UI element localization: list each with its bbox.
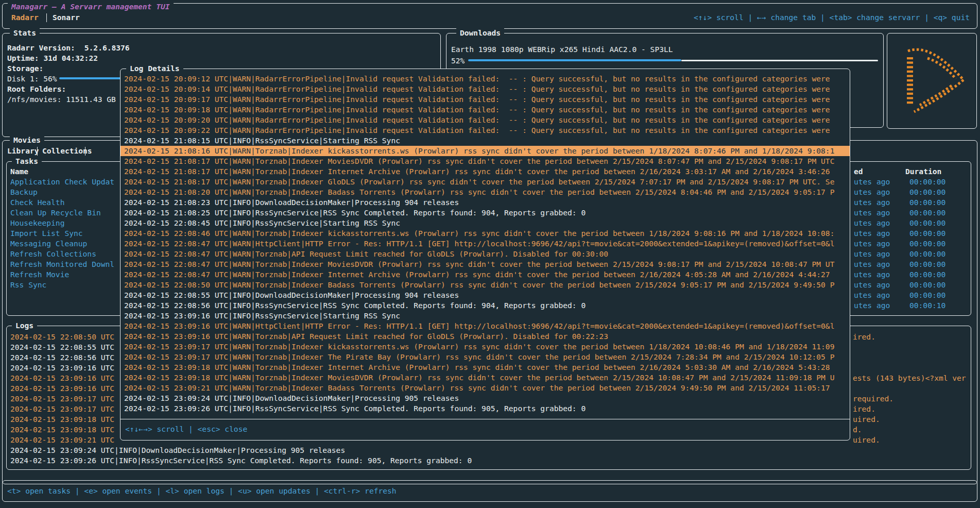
- log-detail-line[interactable]: 2024-02-15 20:09:18 UTC|WARN|RadarrError…: [124, 105, 830, 115]
- log-row[interactable]: 2024-02-15 23:09:16 UTC: [10, 373, 114, 383]
- root-folder-value: /nfs/movies: 11511.43 GB: [7, 94, 116, 105]
- task-row-times[interactable]: utes ago00:00:00: [854, 280, 890, 290]
- log-detail-line[interactable]: 2024-02-15 23:09:21 UTC|WARN|Torznab|Ind…: [124, 383, 830, 393]
- task-row[interactable]: Refresh Movie: [10, 269, 69, 280]
- task-row-times[interactable]: utes ago00:00:00: [854, 269, 890, 280]
- task-row-times[interactable]: utes ago00:00:00: [854, 228, 890, 239]
- task-row[interactable]: Messaging Cleanup: [10, 239, 87, 249]
- task-row[interactable]: Backup: [10, 187, 38, 197]
- task-last-execution: utes ago: [854, 270, 890, 279]
- log-row[interactable]: 2024-02-15 22:08:56 UTC: [10, 352, 114, 363]
- log-detail-line[interactable]: 2024-02-15 20:09:20 UTC|WARN|RadarrError…: [124, 115, 830, 125]
- log-detail-line[interactable]: 2024-02-15 21:08:15 UTC|INFO|RssSyncServ…: [124, 136, 400, 146]
- task-last-execution: utes ago: [854, 291, 890, 299]
- log-row[interactable]: 2024-02-15 23:09:21 UTC: [10, 435, 114, 445]
- download-item-name[interactable]: Earth 1998 1080p WEBRip x265 Hindi AAC2.…: [451, 44, 673, 55]
- log-detail-line[interactable]: 2024-02-15 23:09:17 UTC|WARN|Torznab|Ind…: [124, 352, 834, 362]
- log-detail-line[interactable]: 2024-02-15 21:08:23 UTC|INFO|DownloadDec…: [124, 197, 459, 208]
- task-duration: 00:00:00: [909, 208, 945, 218]
- task-duration: 00:00:00: [909, 269, 945, 280]
- movies-title: Movies: [10, 135, 44, 145]
- log-detail-line[interactable]: 2024-02-15 22:08:50 UTC|WARN|Torznab|Ind…: [124, 280, 834, 290]
- task-row-times[interactable]: utes ago00:00:00: [854, 249, 890, 259]
- log-detail-line[interactable]: 2024-02-15 21:08:25 UTC|INFO|RssSyncServ…: [124, 208, 586, 218]
- log-row[interactable]: 2024-02-15 23:09:17 UTC: [10, 404, 114, 414]
- stats-version-label: Radarr Version:: [7, 43, 75, 52]
- task-last-execution: utes ago: [854, 301, 890, 310]
- log-detail-line[interactable]: 2024-02-15 20:09:17 UTC|WARN|RadarrError…: [124, 94, 830, 105]
- task-last-execution: utes ago: [854, 188, 890, 196]
- task-row[interactable]: Rss Sync: [10, 280, 46, 290]
- log-detail-line[interactable]: 2024-02-15 21:08:17 UTC|WARN|Torznab|Ind…: [124, 156, 834, 166]
- task-duration: 00:00:00: [909, 187, 945, 197]
- log-detail-line[interactable]: 2024-02-15 23:09:24 UTC|INFO|DownloadDec…: [124, 393, 459, 403]
- header-keybind-help: <↑↓> scroll | ←→ change tab | <tab> chan…: [694, 12, 970, 23]
- task-last-execution: utes ago: [854, 260, 890, 268]
- tab-library[interactable]: Library: [7, 146, 39, 156]
- log-detail-line[interactable]: 2024-02-15 20:09:12 UTC|WARN|RadarrError…: [124, 74, 830, 84]
- log-detail-line[interactable]: 2024-02-15 23:09:26 UTC|INFO|RssSyncServ…: [124, 403, 586, 414]
- task-duration: 00:00:00: [909, 259, 945, 269]
- task-row-times[interactable]: utes ago00:00:00: [854, 218, 890, 228]
- log-detail-line[interactable]: 2024-02-15 23:09:18 UTC|WARN|Torznab|Ind…: [124, 362, 830, 372]
- log-row[interactable]: 2024-02-15 22:08:50 UTC: [10, 332, 114, 342]
- task-row-times[interactable]: utes ago00:00:00: [854, 290, 890, 300]
- log-detail-line[interactable]: 2024-02-15 22:08:47 UTC|WARN|Torznab|API…: [124, 249, 608, 259]
- task-duration: 00:00:00: [909, 290, 945, 300]
- task-row-times[interactable]: utes ago00:00:00: [854, 208, 890, 218]
- log-details-title: Log Details: [126, 63, 183, 74]
- log-detail-line[interactable]: 2024-02-15 20:09:22 UTC|WARN|RadarrError…: [124, 125, 830, 136]
- log-detail-line[interactable]: 2024-02-15 23:09:18 UTC|WARN|Torznab|Ind…: [124, 372, 834, 383]
- log-detail-line[interactable]: 2024-02-15 23:09:17 UTC|WARN|Torznab|Ind…: [124, 342, 834, 352]
- stats-uptime-label: Uptime:: [7, 54, 39, 62]
- task-row[interactable]: Clean Up Recycle Bin: [10, 208, 101, 218]
- task-last-execution: utes ago: [854, 280, 890, 289]
- log-details-modal: 2024-02-15 20:09:12 UTC|WARN|RadarrError…: [120, 69, 850, 441]
- log-row[interactable]: 2024-02-15 23:09:24 UTC|INFO|DownloadDec…: [10, 445, 345, 455]
- log-row[interactable]: 2024-02-15 23:09:18 UTC: [10, 414, 114, 425]
- task-duration: 00:00:00: [909, 239, 945, 249]
- log-detail-line[interactable]: 2024-02-15 22:08:47 UTC|WARN|Torznab|Ind…: [124, 269, 830, 280]
- log-row[interactable]: 2024-02-15 23:09:26 UTC|INFO|RssSyncServ…: [10, 455, 472, 466]
- log-detail-line[interactable]: 2024-02-15 23:09:16 UTC|INFO|RssSyncServ…: [124, 311, 400, 321]
- log-detail-line[interactable]: 2024-02-15 22:08:55 UTC|INFO|DownloadDec…: [124, 290, 459, 300]
- task-row[interactable]: Refresh Monitored Downl: [10, 259, 114, 269]
- task-row-times[interactable]: utes ago00:00:00: [854, 187, 890, 197]
- log-detail-line[interactable]: 2024-02-15 23:09:16 UTC|WARN|Torznab|API…: [124, 331, 608, 342]
- log-detail-line[interactable]: 2024-02-15 22:08:47 UTC|WARN|Torznab|Ind…: [124, 259, 834, 269]
- log-row[interactable]: 2024-02-15 22:08:55 UTC: [10, 342, 114, 352]
- stats-uptime-value: 31d 04:32:22: [44, 54, 98, 62]
- log-detail-line[interactable]: 2024-02-15 21:08:17 UTC|WARN|Torznab|Ind…: [124, 177, 834, 187]
- modal-keybind-help: <↑↓←→> scroll | <esc> close: [125, 424, 247, 434]
- task-row[interactable]: Application Check Updat: [10, 177, 114, 187]
- log-detail-line[interactable]: 2024-02-15 22:08:56 UTC|INFO|RssSyncServ…: [124, 300, 586, 311]
- log-detail-line[interactable]: 2024-02-15 22:08:47 UTC|WARN|HttpClient|…: [124, 239, 834, 249]
- log-detail-line[interactable]: 2024-02-15 23:09:16 UTC|WARN|HttpClient|…: [124, 321, 834, 331]
- task-row-times[interactable]: utes ago00:00:00: [854, 259, 890, 269]
- log-detail-line-selected[interactable]: 2024-02-15 21:08:16 UTC|WARN|Torznab|Ind…: [121, 146, 850, 156]
- log-detail-line[interactable]: 2024-02-15 22:08:45 UTC|INFO|RssSyncServ…: [124, 218, 400, 228]
- log-row[interactable]: 2024-02-15 23:09:17 UTC: [10, 394, 114, 404]
- task-row[interactable]: Housekeeping: [10, 218, 64, 228]
- log-row[interactable]: 2024-02-15 23:09:16 UTC: [10, 363, 114, 373]
- task-duration: 00:00:00: [909, 177, 945, 187]
- log-row[interactable]: 2024-02-15 23:09:16 UTC: [10, 383, 114, 394]
- task-row-times[interactable]: utes ago00:00:00: [854, 177, 890, 187]
- tab-sonarr[interactable]: Sonarr: [53, 12, 80, 23]
- log-detail-line[interactable]: 2024-02-15 21:08:20 UTC|WARN|Torznab|Ind…: [124, 187, 834, 197]
- task-row[interactable]: Refresh Collections: [10, 249, 96, 259]
- task-row[interactable]: Import List Sync: [10, 228, 83, 239]
- tasks-duration-header: Duration: [905, 166, 941, 177]
- task-row-times[interactable]: utes ago00:00:10: [854, 300, 890, 311]
- task-row-times[interactable]: utes ago00:00:00: [854, 239, 890, 249]
- log-row[interactable]: 2024-02-15 23:09:18 UTC: [10, 425, 114, 435]
- modal-footer-separator: [121, 419, 850, 419]
- log-detail-line[interactable]: 2024-02-15 21:08:17 UTC|WARN|Torznab|Ind…: [124, 166, 830, 177]
- tab-radarr[interactable]: Radarr: [11, 12, 39, 23]
- movies-tab-separator-2: [85, 147, 85, 156]
- log-detail-line[interactable]: 2024-02-15 22:08:46 UTC|WARN|Torznab|Ind…: [124, 228, 834, 239]
- log-detail-line[interactable]: 2024-02-15 20:09:14 UTC|WARN|RadarrError…: [124, 84, 830, 94]
- task-last-execution: utes ago: [854, 249, 890, 258]
- task-row-times[interactable]: utes ago00:00:00: [854, 197, 890, 208]
- task-row[interactable]: Check Health: [10, 197, 64, 208]
